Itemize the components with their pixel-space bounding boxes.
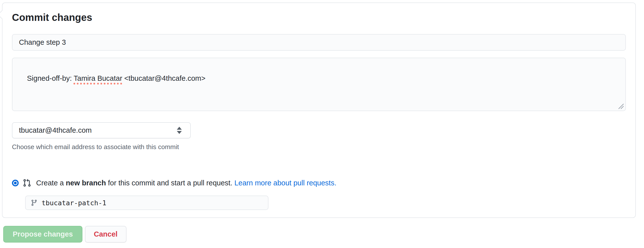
comment-caret-notch: [0, 10, 7, 19]
git-branch-icon: [31, 199, 38, 206]
description-text: Signed-off-by:: [27, 74, 74, 82]
cancel-button[interactable]: Cancel: [85, 226, 126, 243]
commit-subject-input[interactable]: [12, 34, 626, 51]
commit-changes-panel: Commit changes Signed-off-by: Tamira Buc…: [2, 2, 636, 218]
description-email: <tbucatar@4thcafe.com>: [122, 74, 206, 82]
commit-email-select[interactable]: tbucatar@4thcafe.com: [12, 122, 191, 138]
misspelled-word: Tamira: [74, 74, 96, 82]
branch-name-input[interactable]: tbucatar-patch-1: [25, 196, 268, 210]
select-caret-icon: [177, 127, 182, 134]
page-title: Commit changes: [12, 11, 626, 23]
misspelled-word: Bucatar: [97, 74, 122, 82]
new-branch-bold: new branch: [66, 179, 106, 187]
git-pull-request-icon: [23, 179, 31, 187]
propose-changes-button[interactable]: Propose changes: [3, 226, 82, 243]
resize-grip-icon[interactable]: [618, 103, 624, 109]
form-actions: Propose changes Cancel: [3, 226, 126, 243]
new-branch-option-label: Create a new branch for this commit and …: [36, 179, 336, 187]
email-select-value: tbucatar@4thcafe.com: [19, 126, 92, 134]
learn-more-link[interactable]: Learn more about pull requests.: [234, 179, 336, 187]
email-help-text: Choose which email address to associate …: [12, 143, 626, 151]
new-branch-option-row: Create a new branch for this commit and …: [12, 179, 626, 187]
commit-description-textarea[interactable]: Signed-off-by: Tamira Bucatar <tbucatar@…: [12, 58, 626, 111]
new-branch-radio[interactable]: [12, 180, 19, 186]
branch-name-value: tbucatar-patch-1: [42, 199, 106, 207]
